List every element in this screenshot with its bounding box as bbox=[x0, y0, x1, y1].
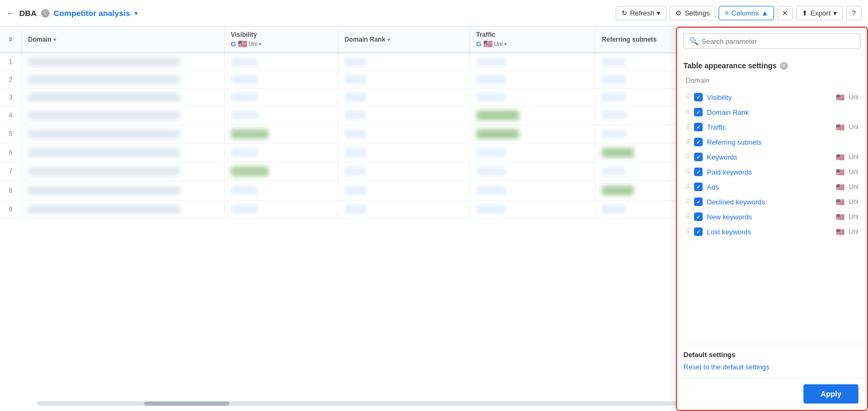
refresh-icon: ↻ bbox=[622, 9, 627, 17]
search-input[interactable] bbox=[702, 37, 855, 45]
refresh-button[interactable]: ↻ Refresh ▾ bbox=[616, 6, 667, 20]
checkbox-check-keywords: ✓ bbox=[696, 154, 700, 160]
drag-handle-lost_keywords[interactable]: ⠿ bbox=[686, 228, 690, 235]
cell-traffic bbox=[469, 162, 595, 181]
col-row-new_keywords[interactable]: ⠿✓New keywords🇺🇸Uni bbox=[683, 209, 861, 224]
search-icon: 🔍 bbox=[689, 37, 698, 45]
checkbox-keywords[interactable]: ✓ bbox=[694, 153, 703, 161]
col-domain[interactable]: Domain ▾ bbox=[21, 27, 224, 53]
title-dropdown-icon[interactable]: ▾ bbox=[134, 10, 138, 17]
checkbox-declined_keywords[interactable]: ✓ bbox=[694, 197, 703, 206]
cell-domain bbox=[21, 71, 224, 89]
drag-handle-new_keywords[interactable]: ⠿ bbox=[686, 213, 690, 220]
col-name-traffic: Traffic bbox=[707, 123, 832, 131]
checkbox-check-ads: ✓ bbox=[696, 184, 700, 190]
toolbar-right: ↻ Refresh ▾ ⚙ Settings ≡ Columns ▲ ✕ ⬆ E… bbox=[616, 6, 862, 20]
back-button[interactable]: ← bbox=[6, 9, 15, 18]
help-button[interactable]: ? bbox=[846, 6, 862, 20]
checkbox-check-visibility: ✓ bbox=[696, 94, 700, 100]
section-title: Table appearance settings ? bbox=[683, 61, 861, 70]
checkbox-new_keywords[interactable]: ✓ bbox=[694, 212, 703, 221]
drag-handle-visibility[interactable]: ⠿ bbox=[686, 93, 690, 101]
uni-keywords: Uni bbox=[849, 153, 858, 161]
cell-hash: 9 bbox=[0, 201, 21, 218]
col-name-paid_keywords: Paid keywords bbox=[707, 168, 832, 176]
checkbox-referring_subnets[interactable]: ✓ bbox=[694, 138, 703, 146]
col-row-declined_keywords[interactable]: ⠿✓Declined keywords🇺🇸Uni bbox=[683, 194, 861, 209]
col-domain-rank[interactable]: Domain Rank ▾ bbox=[338, 27, 469, 53]
toolbar-left: ← DBA i Competitor analysis ▾ bbox=[6, 9, 611, 18]
cell-domain-rank bbox=[338, 89, 469, 106]
checkbox-check-declined_keywords: ✓ bbox=[696, 199, 700, 205]
col-traffic[interactable]: Traffic G 🇺🇸 Uni ▾ bbox=[469, 27, 595, 53]
cell-domain-rank bbox=[338, 125, 469, 144]
col-row-referring_subnets[interactable]: ⠿✓Referring subnets bbox=[683, 135, 861, 149]
columns-button[interactable]: ≡ Columns ▲ bbox=[719, 6, 774, 20]
visibility-col-dropdown-icon[interactable]: ▾ bbox=[259, 41, 261, 47]
col-row-ads[interactable]: ⠿✓Ads🇺🇸Uni bbox=[683, 179, 861, 194]
info-icon[interactable]: i bbox=[41, 9, 50, 18]
col-row-paid_keywords[interactable]: ⠿✓Paid keywords🇺🇸Uni bbox=[683, 164, 861, 179]
cell-traffic bbox=[469, 106, 595, 125]
google-icon-visibility: G bbox=[231, 40, 236, 48]
page-title: Competitor analysis bbox=[54, 9, 130, 18]
drag-handle-declined_keywords[interactable]: ⠿ bbox=[686, 198, 690, 206]
checkbox-check-referring_subnets: ✓ bbox=[696, 139, 700, 145]
checkbox-domain_rank[interactable]: ✓ bbox=[694, 108, 703, 116]
drag-handle-domain_rank[interactable]: ⠿ bbox=[686, 108, 690, 116]
checkbox-visibility[interactable]: ✓ bbox=[694, 93, 703, 101]
domain-col-dropdown-icon[interactable]: ▾ bbox=[53, 37, 56, 43]
col-name-new_keywords: New keywords bbox=[707, 213, 832, 221]
scrollbar-thumb[interactable] bbox=[144, 401, 229, 406]
uni-traffic: Uni bbox=[494, 41, 503, 47]
uni-traffic: Uni bbox=[849, 123, 858, 131]
reset-link[interactable]: Reset to the default settings bbox=[683, 363, 769, 371]
col-row-traffic[interactable]: ⠿✓Traffic🇺🇸Uni bbox=[683, 120, 861, 135]
drag-handle-referring_subnets[interactable]: ⠿ bbox=[686, 138, 690, 146]
col-row-keywords[interactable]: ⠿✓Keywords🇺🇸Uni bbox=[683, 149, 861, 164]
col-name-declined_keywords: Declined keywords bbox=[707, 198, 832, 206]
export-dropdown-icon: ▾ bbox=[833, 9, 837, 17]
cell-domain-rank bbox=[338, 53, 469, 71]
export-button[interactable]: ⬆ Export ▾ bbox=[796, 6, 843, 20]
uni-declined_keywords: Uni bbox=[849, 198, 858, 206]
cell-visibility bbox=[224, 53, 338, 71]
flag-paid_keywords: 🇺🇸 bbox=[836, 168, 845, 176]
close-columns-button[interactable]: ✕ bbox=[777, 6, 793, 20]
col-name-referring_subnets: Referring subnets bbox=[707, 138, 858, 146]
columns-label: Columns bbox=[731, 9, 759, 17]
settings-label: Settings bbox=[684, 9, 710, 17]
settings-button[interactable]: ⚙ Settings bbox=[670, 6, 715, 20]
export-label: Export bbox=[810, 9, 831, 17]
col-row-domain_rank[interactable]: ⠿✓Domain Rank bbox=[683, 105, 861, 120]
checkbox-check-domain_rank: ✓ bbox=[696, 109, 700, 115]
section-help-icon[interactable]: ? bbox=[780, 62, 788, 70]
col-row-visibility[interactable]: ⠿✓Visibility🇺🇸Uni bbox=[683, 90, 861, 105]
refresh-dropdown-icon: ▾ bbox=[657, 9, 660, 17]
drag-handle-paid_keywords[interactable]: ⠿ bbox=[686, 168, 690, 176]
uni-paid_keywords: Uni bbox=[849, 168, 858, 176]
drag-handle-ads[interactable]: ⠿ bbox=[686, 183, 690, 191]
cell-traffic bbox=[469, 89, 595, 106]
checkbox-check-paid_keywords: ✓ bbox=[696, 169, 700, 175]
drag-handle-keywords[interactable]: ⠿ bbox=[686, 153, 690, 161]
panel-body: Table appearance settings ? Domain ⠿✓Vis… bbox=[677, 55, 867, 344]
app-title: DBA bbox=[19, 9, 37, 18]
drag-handle-traffic[interactable]: ⠿ bbox=[686, 123, 690, 131]
col-row-lost_keywords[interactable]: ⠿✓Lost keywords🇺🇸Uni bbox=[683, 224, 861, 239]
cell-traffic bbox=[469, 201, 595, 218]
traffic-col-dropdown-icon[interactable]: ▾ bbox=[504, 41, 507, 47]
scrollbar-track[interactable] bbox=[37, 401, 708, 406]
checkbox-lost_keywords[interactable]: ✓ bbox=[694, 227, 703, 236]
cell-domain bbox=[21, 106, 224, 125]
domain-rank-col-dropdown-icon[interactable]: ▾ bbox=[387, 37, 390, 43]
uni-visibility: Uni bbox=[849, 93, 858, 101]
apply-button[interactable]: Apply bbox=[803, 384, 858, 404]
cell-domain bbox=[21, 53, 224, 71]
checkbox-ads[interactable]: ✓ bbox=[694, 183, 703, 191]
cell-visibility bbox=[224, 162, 338, 181]
checkbox-paid_keywords[interactable]: ✓ bbox=[694, 168, 703, 176]
checkbox-traffic[interactable]: ✓ bbox=[694, 123, 703, 131]
col-visibility[interactable]: Visibility G 🇺🇸 Uni ▾ bbox=[224, 27, 338, 53]
columns-icon: ≡ bbox=[724, 9, 729, 17]
